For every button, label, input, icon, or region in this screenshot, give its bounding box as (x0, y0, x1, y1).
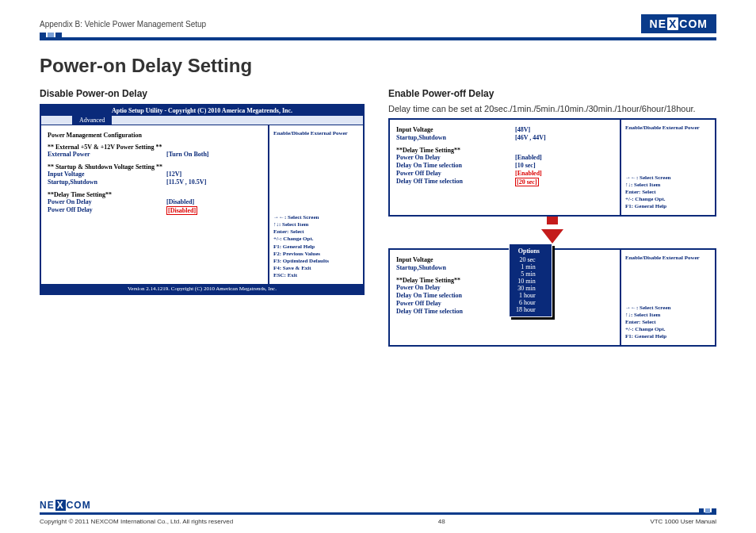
power-off-delay-value[interactable]: [Disabled] (166, 206, 197, 215)
option-item[interactable]: 5 min (516, 270, 542, 278)
enable-desc: Delay time can be set at 20sec./1min./5m… (388, 104, 716, 113)
r1-donts-value[interactable]: [10 sec] (515, 162, 536, 169)
bios-panel-right-2: Input Voltage Startup,Shutdown **Delay T… (388, 248, 716, 347)
ext-power-setting-header: ** External +5V & +12V Power Setting ** (48, 144, 262, 151)
appendix-title: Appendix B: Vehicle Power Management Set… (40, 20, 206, 29)
arrow-down-icon (388, 217, 716, 243)
header-rule (40, 37, 716, 40)
r1-input-voltage-label[interactable]: Input Voltage (396, 126, 515, 133)
r1-startup-shutdown-label[interactable]: Startup,Shutdown (396, 134, 515, 141)
power-on-delay-label[interactable]: Power On Delay (48, 198, 166, 205)
r2-side-hint: Enable/Disable External Power (625, 255, 711, 261)
copyright: Copyright © 2011 NEXCOM International Co… (40, 518, 233, 525)
options-popup[interactable]: Options 20 sec 1 min 5 min 10 min 30 min… (509, 243, 552, 317)
option-item[interactable]: 10 min (516, 278, 542, 285)
r2-dts-header: **Delay Time Setting** (396, 277, 613, 284)
options-title: Options (516, 247, 542, 255)
footer-logo: NEXCOM (40, 500, 716, 511)
option-item[interactable]: 20 sec (516, 256, 542, 263)
r1-startup-shutdown-value[interactable]: [46V , 44V] (515, 134, 546, 141)
bios-version: Version 2.14.1219. Copyright (C) 2010 Am… (41, 284, 363, 293)
r2-poff-label[interactable]: Power Off Delay (396, 300, 515, 307)
r2-pon-label[interactable]: Power On Delay (396, 284, 515, 291)
r2-input-voltage-label[interactable]: Input Voltage (396, 256, 515, 263)
external-power-value[interactable]: [Turn On Both] (166, 151, 209, 158)
manual-name: VTC 1000 User Manual (650, 518, 716, 525)
input-voltage-value[interactable]: [12V] (166, 171, 181, 178)
pm-config-header: Power Management Configuration (48, 132, 262, 139)
startup-shutdown-header: ** Startup & Shutdown Voltage Setting ** (48, 163, 262, 171)
bios-panel-right-1: Input Voltage[48V] Startup,Shutdown[46V … (388, 118, 716, 217)
r1-dofts-value[interactable]: [20 sec] (515, 178, 539, 186)
option-item[interactable]: 1 min (516, 263, 542, 270)
power-on-delay-value[interactable]: [Disabled] (166, 198, 194, 205)
r1-dts-header: **Delay Time Setting** (396, 147, 613, 154)
r2-key-help: →←: Select Screen↑↓: Select ItemEnter: S… (625, 305, 711, 340)
enable-heading: Enable Power-off Delay (388, 88, 716, 99)
external-power-label[interactable]: External Power (48, 151, 166, 158)
delay-time-header: **Delay Time Setting** (48, 191, 262, 198)
r2-donts-label[interactable]: Delay On Time selection (396, 292, 515, 299)
option-item[interactable]: 6 hour (516, 299, 542, 306)
page-number: 48 (438, 518, 445, 525)
r1-pon-label[interactable]: Power On Delay (396, 154, 515, 161)
tab-advanced[interactable]: Advanced (73, 116, 112, 125)
r1-key-help: →←: Select Screen↑↓: Select ItemEnter: S… (625, 174, 711, 210)
disable-heading: Disable Power-on Delay (40, 88, 365, 99)
power-off-delay-label[interactable]: Power Off Delay (48, 206, 166, 215)
r1-donts-label[interactable]: Delay On Time selection (396, 162, 515, 169)
startup-shutdown-value[interactable]: [11.5V , 10.5V] (166, 178, 206, 186)
key-help: →←: Select Screen↑↓: Select ItemEnter: S… (273, 214, 359, 279)
r1-side-hint: Enable/Disable External Power (625, 125, 711, 131)
bios-panel-left: Aptio Setup Utility - Copyright (C) 2010… (40, 104, 365, 295)
startup-shutdown-label[interactable]: Startup,Shutdown (48, 178, 166, 186)
option-item[interactable]: 30 min (516, 285, 542, 292)
footer-rule (40, 512, 716, 515)
r2-dofts-label[interactable]: Delay Off Time selection (396, 308, 515, 315)
r1-input-voltage-value[interactable]: [48V] (515, 126, 530, 133)
r1-pon-value[interactable]: [Enabled] (515, 154, 542, 161)
r1-poff-value[interactable]: [Enabled] (515, 170, 542, 177)
bios-titlebar: Aptio Setup Utility - Copyright (C) 2010… (41, 105, 363, 116)
option-item[interactable]: 18 hour (516, 306, 542, 313)
r1-dofts-label[interactable]: Delay Off Time selection (396, 178, 515, 186)
side-hint: Enable/Disable External Power (273, 130, 359, 136)
nexcom-logo: NEXCOM (641, 14, 716, 33)
input-voltage-label[interactable]: Input Voltage (48, 171, 166, 178)
option-item[interactable]: 1 hour (516, 292, 542, 299)
r2-startup-shutdown-label[interactable]: Startup,Shutdown (396, 264, 515, 271)
page-title: Power-on Delay Setting (40, 55, 716, 77)
r1-poff-label[interactable]: Power Off Delay (396, 170, 515, 177)
